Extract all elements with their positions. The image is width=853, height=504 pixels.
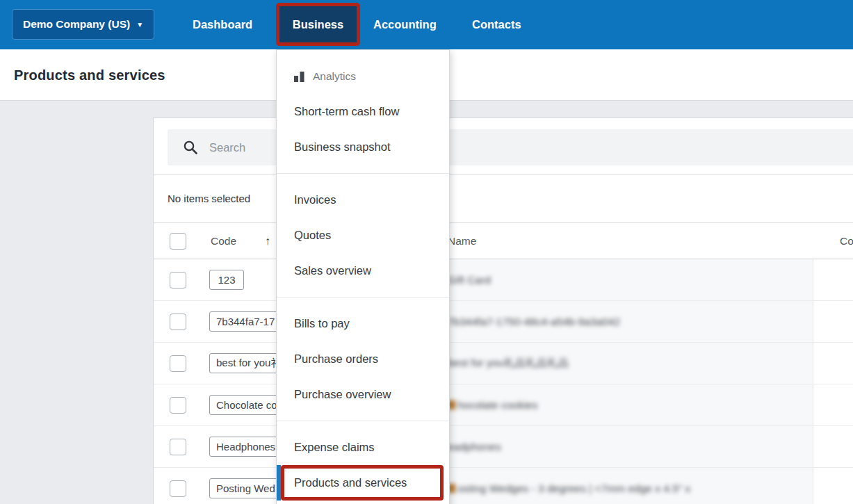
analytics-bar-chart-icon [293, 70, 307, 83]
item-name-blurred: 7b344fa7-1750-48c4-a54b-9a3a042 [442, 316, 620, 328]
menu-item-label: Invoices [294, 193, 336, 206]
cost-cell [813, 384, 853, 425]
cost-cell [813, 426, 853, 467]
row-checkbox[interactable] [170, 397, 186, 414]
org-selector-label: Demo Company (US) [23, 18, 130, 31]
table-row[interactable]: 123 Gift Card [154, 259, 853, 301]
cost-cell [813, 343, 853, 384]
menu-item-products-and-services[interactable]: Products and services [281, 465, 444, 501]
row-checkbox[interactable] [170, 355, 186, 372]
select-all-checkbox[interactable] [170, 233, 186, 250]
nav-item-contacts-label: Contacts [472, 18, 521, 31]
menu-divider [277, 173, 449, 174]
menu-item-sales-overview[interactable]: Sales overview [277, 253, 449, 288]
row-checkbox[interactable] [170, 480, 186, 497]
menu-item-short-term-cash-flow[interactable]: Short-term cash flow [277, 94, 449, 129]
caret-down-icon: ▼ [136, 22, 143, 29]
top-nav: Demo Company (US) ▼ Dashboard Business A… [0, 0, 853, 49]
menu-item-label: Products and services [294, 476, 407, 489]
name-cell: 7b344fa7-1750-48c4-a54b-9a3a042 [442, 301, 813, 342]
business-dropdown-menu: Analytics Short-term cash flow Business … [276, 49, 450, 504]
cost-cell [813, 301, 853, 342]
menu-item-label: Purchase orders [294, 352, 378, 366]
nav-item-accounting-label: Accounting [373, 18, 437, 31]
nav-item-contacts[interactable]: Contacts [472, 0, 521, 49]
org-selector-button[interactable]: Demo Company (US) ▼ [12, 9, 154, 40]
row-checkbox[interactable] [170, 314, 186, 330]
name-cell: hocolate cookies [442, 384, 813, 425]
menu-item-label: Purchase overview [294, 388, 391, 401]
table-row[interactable]: best for you礼 best for you礼品礼品礼品 [154, 343, 853, 384]
selection-status: No items selected [168, 174, 250, 222]
menu-item-purchase-orders[interactable]: Purchase orders [277, 341, 449, 377]
divider [154, 174, 853, 174]
menu-item-bills-to-pay[interactable]: Bills to pay [277, 306, 449, 341]
nav-item-dashboard-label: Dashboard [193, 18, 252, 31]
row-checkbox[interactable] [170, 439, 186, 455]
name-cell: eadphones [442, 426, 813, 467]
nav-item-business-label: Business [293, 18, 343, 31]
nav-item-accounting[interactable]: Accounting [373, 0, 437, 49]
menu-item-label: Bills to pay [294, 317, 350, 330]
row-checkbox[interactable] [170, 272, 186, 288]
table-row[interactable]: Posting Wed osting Wedges - 3 degrees | … [154, 468, 853, 504]
menu-item-analytics[interactable]: Analytics [277, 58, 449, 94]
search-bar[interactable] [168, 129, 853, 165]
menu-item-expense-claims[interactable]: Expense claims [277, 430, 449, 465]
menu-item-label: Quotes [294, 229, 331, 242]
nav-item-dashboard[interactable]: Dashboard [193, 0, 252, 49]
menu-divider [277, 297, 449, 298]
table-row[interactable]: Chocolate co hocolate cookies [154, 384, 853, 426]
code-chip[interactable]: 123 [209, 270, 244, 290]
sort-ascending-icon[interactable]: ↑ [265, 222, 270, 259]
page-title: Products and services [14, 49, 165, 101]
menu-divider [277, 421, 449, 421]
nav-item-business[interactable]: Business [276, 3, 360, 46]
products-services-panel: No items selected Code ↑ Name Co 123 Gif… [153, 117, 853, 504]
selection-status-text: No items selected [168, 193, 250, 204]
menu-item-business-snapshot[interactable]: Business snapshot [277, 129, 449, 165]
menu-item-quotes[interactable]: Quotes [277, 218, 449, 253]
item-name-blurred: hocolate cookies [457, 399, 537, 412]
cost-cell [813, 259, 853, 300]
active-item-indicator [277, 465, 281, 501]
menu-item-label: Sales overview [294, 264, 371, 277]
name-cell: best for you礼品礼品礼品 [442, 343, 813, 384]
table-header-row: Code ↑ Name Co [154, 222, 853, 259]
table-row[interactable]: 7b344fa7-17 7b344fa7-1750-48c4-a54b-9a3a… [154, 301, 853, 343]
item-name-blurred: eadphones [442, 441, 501, 453]
search-icon [183, 140, 198, 155]
table-row[interactable]: Headphones eadphones [154, 426, 853, 468]
menu-item-invoices[interactable]: Invoices [277, 182, 449, 218]
column-header-code[interactable]: Code [211, 222, 236, 259]
menu-item-label: Expense claims [294, 441, 375, 454]
item-name-blurred: best for you礼品礼品礼品 [442, 356, 569, 371]
menu-item-label: Business snapshot [294, 140, 391, 154]
name-cell: osting Wedges - 3 degrees | <7mm edge x … [442, 468, 813, 504]
menu-item-purchase-overview[interactable]: Purchase overview [277, 377, 449, 412]
cost-cell [813, 468, 853, 504]
menu-item-analytics-label: Analytics [313, 70, 356, 83]
column-header-name[interactable]: Name [448, 222, 476, 259]
menu-item-label: Short-term cash flow [294, 105, 399, 118]
name-cell: Gift Card [442, 259, 813, 300]
column-header-cost[interactable]: Co [840, 222, 853, 259]
item-name-blurred: osting Wedges - 3 degrees | <7mm edge x … [457, 482, 690, 495]
